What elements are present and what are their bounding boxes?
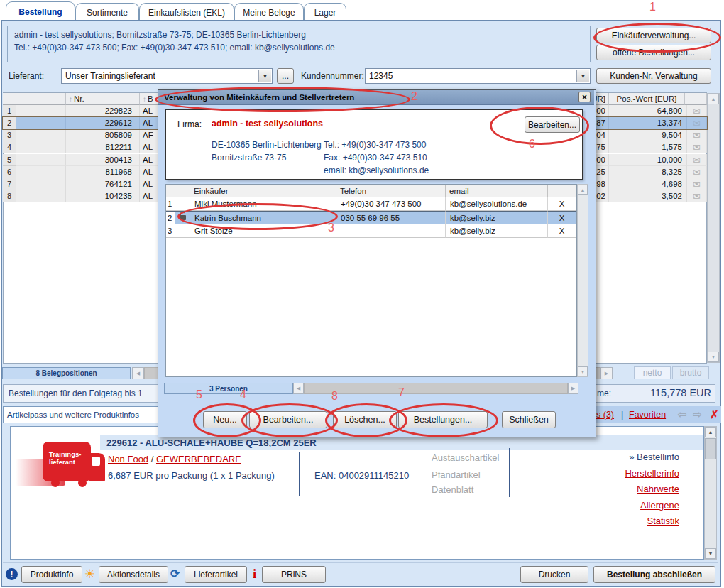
neu-button[interactable]: Neu... <box>203 411 247 428</box>
close-panel-icon[interactable]: ✗ <box>710 408 719 421</box>
product-categories: Non Food / GEWERBEBEDARF <box>108 454 241 464</box>
aktionsdetails-button[interactable]: Aktionsdetails <box>99 566 168 583</box>
order-col-rowheader <box>3 93 16 105</box>
scroll-down-icon[interactable]: ▼ <box>578 366 588 376</box>
bestellung-abschliessen-button[interactable]: Bestellung abschließen <box>593 566 715 583</box>
row-number[interactable]: 2 <box>3 117 16 129</box>
order-table-scrollbar[interactable]: ▲ ▼ <box>707 93 720 363</box>
envelope-icon[interactable]: ✉ <box>687 190 707 202</box>
austauschartikel-link[interactable]: Austauschartikel <box>432 452 499 463</box>
miteinkaeufer-dialog: Verwaltung von Miteinkäufern und Stellve… <box>158 89 596 437</box>
firma-address1: DE-10365 Berlin-Lichtenberg <box>212 140 322 150</box>
tab-bestellung[interactable]: Bestellung <box>6 1 75 21</box>
statistik-link[interactable]: Statistik <box>647 516 679 526</box>
produktinfo-button[interactable]: Produktinfo <box>21 566 82 583</box>
lieferant-browse-button[interactable]: ... <box>277 68 294 84</box>
order-col-pos-wert[interactable]: Pos.-Wert [EUR] <box>609 93 685 105</box>
cell-nr: 300413 <box>66 154 140 166</box>
envelope-icon[interactable]: ✉ <box>687 154 707 166</box>
envelope-icon[interactable]: ✉ <box>687 141 707 153</box>
col-label: B <box>148 94 153 103</box>
tab-sortimente[interactable]: Sortimente <box>75 3 139 21</box>
nav-right-icon[interactable]: ⇨ <box>693 408 702 421</box>
row-number[interactable]: 5 <box>3 154 16 166</box>
envelope-icon[interactable]: ✉ <box>687 178 707 190</box>
divider <box>299 452 300 496</box>
persons-col-telefon[interactable]: Telefon <box>336 185 446 197</box>
row-number[interactable]: 1 <box>3 105 16 117</box>
envelope-icon[interactable]: ✉ <box>687 117 707 129</box>
datenblatt-link[interactable]: Datenblatt <box>432 484 473 495</box>
row-number[interactable]: 3 <box>3 129 16 141</box>
scroll-right-icon[interactable]: ▶ <box>600 367 613 379</box>
bestellinfo-link[interactable]: » Bestellinfo <box>629 452 679 462</box>
loeschen-button[interactable]: Löschen... <box>333 411 397 428</box>
close-icon[interactable]: × <box>578 92 591 102</box>
toolbar-separator <box>3 562 718 563</box>
favoriten-link[interactable]: Favoriten <box>629 410 666 420</box>
cell-pos-wert: 9,504 <box>609 129 687 141</box>
allergene-link[interactable]: Allergene <box>640 500 679 511</box>
row-number[interactable]: 4 <box>3 141 16 153</box>
product-scrollbar[interactable]: ▲ ▼ <box>704 426 717 560</box>
row-number[interactable]: 7 <box>3 178 16 190</box>
netto-button[interactable]: netto <box>634 366 671 379</box>
scroll-left-icon[interactable]: ◀ <box>132 367 144 379</box>
product-title: 229612 - ALU-SCHALE+HAUBE Q=18,2CM 25ER <box>106 437 317 448</box>
cell-nr: 811968 <box>66 166 140 178</box>
persons-col-einkaeufer[interactable]: Einkäufer <box>190 185 336 197</box>
scrollbar-thumb[interactable] <box>705 438 716 459</box>
pfandartikel-link[interactable]: Pfandartikel <box>432 469 481 480</box>
persons-col-email[interactable]: email <box>446 185 548 197</box>
scroll-down-icon[interactable]: ▼ <box>705 548 716 559</box>
row-number[interactable]: 8 <box>3 190 16 202</box>
chevron-down-icon[interactable]: ▼ <box>258 70 271 82</box>
cell-delete-x[interactable]: X <box>548 211 576 224</box>
offene-bestellungen-button[interactable]: offene Bestellungen... <box>596 45 711 60</box>
schliessen-button[interactable]: Schließen <box>502 411 556 428</box>
herstellerinfo-link[interactable]: Herstellerinfo <box>625 468 679 479</box>
einkaeuferverwaltung-button[interactable]: Einkäuferverwaltung... <box>596 28 711 43</box>
persons-col-icon <box>175 185 190 197</box>
lieferant-combobox[interactable]: Unser Trainingslieferant ▼ <box>61 68 273 84</box>
dialog-titlebar[interactable]: Verwaltung von Miteinkäufern und Stellve… <box>158 90 594 105</box>
tab-lager[interactable]: Lager <box>304 3 346 21</box>
scroll-up-icon[interactable]: ▲ <box>578 185 588 195</box>
envelope-icon[interactable]: ✉ <box>687 166 707 178</box>
cell-delete-x[interactable]: X <box>548 197 576 211</box>
category2-link[interactable]: GEWERBEBEDARF <box>156 454 241 464</box>
bestellungen-button[interactable]: Bestellungen... <box>398 411 488 428</box>
scroll-down-icon[interactable]: ▼ <box>708 352 719 362</box>
envelope-icon[interactable]: ✉ <box>687 105 707 117</box>
drucken-button[interactable]: Drucken <box>520 566 588 583</box>
persons-scrollbar[interactable]: ▲ ▼ <box>577 184 588 377</box>
scroll-up-icon[interactable]: ▲ <box>705 427 716 437</box>
persons-table: Einkäufer Telefon email 1 Miki Musterman… <box>165 184 577 377</box>
nav-left-icon[interactable]: ⇦ <box>677 408 686 421</box>
kundennummer-combobox[interactable]: 12345 ▼ <box>365 68 591 84</box>
order-col-nr[interactable]: ↑ Nr. <box>66 93 140 105</box>
category1-link[interactable]: Non Food <box>108 454 148 464</box>
kundennr-verwaltung-button[interactable]: Kunden-Nr. Verwaltung <box>596 68 711 84</box>
prins-button[interactable]: PRiNS <box>262 566 326 583</box>
persons-hscrollbar[interactable] <box>304 383 568 394</box>
naehrwerte-link[interactable]: Nährwerte <box>637 484 679 494</box>
tab-einkaufslisten[interactable]: Einkaufslisten (EKL) <box>139 3 234 21</box>
bearbeiten-button[interactable]: Bearbeiten... <box>249 411 327 428</box>
cell-delete-x[interactable]: X <box>548 224 576 238</box>
scroll-right-icon[interactable]: ▶ <box>568 383 578 394</box>
firma-bearbeiten-button[interactable]: Bearbeiten... <box>525 116 580 133</box>
lock-icon <box>180 215 186 220</box>
kundennummer-value: 12345 <box>369 71 393 81</box>
summe-value: 115,778 EUR <box>593 387 711 398</box>
scroll-left-icon[interactable]: ◀ <box>293 383 304 394</box>
cell-email: kb@sellysolutions.de <box>446 197 548 211</box>
scroll-up-icon[interactable]: ▲ <box>708 94 719 104</box>
sort-asc-icon: ↑ <box>69 95 72 103</box>
lieferartikel-button[interactable]: Lieferartikel <box>185 566 247 583</box>
envelope-icon[interactable]: ✉ <box>687 129 707 141</box>
chevron-down-icon[interactable]: ▼ <box>576 70 589 82</box>
tab-meine-belege[interactable]: Meine Belege <box>234 3 304 21</box>
brutto-button[interactable]: brutto <box>672 366 709 379</box>
row-number[interactable]: 6 <box>3 166 16 178</box>
